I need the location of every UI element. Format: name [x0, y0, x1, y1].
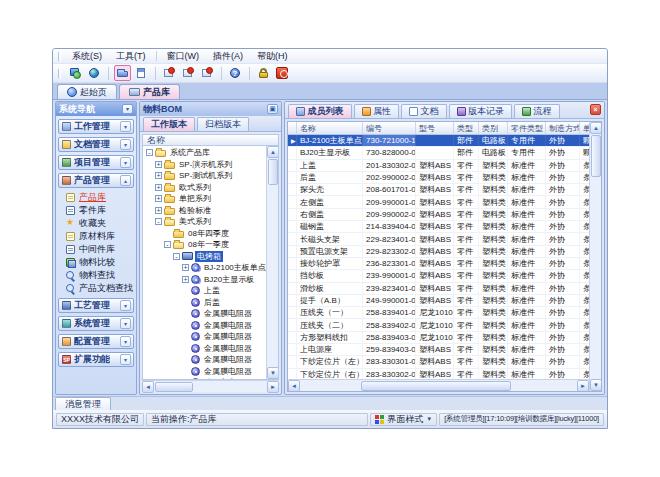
table-cell[interactable]: 条	[580, 307, 589, 318]
table-cell[interactable]: 塑料类	[479, 283, 508, 294]
table-cell[interactable]: 236-823301-00X	[363, 258, 416, 269]
table-cell[interactable]: 条	[580, 283, 589, 294]
table-cell[interactable]: 压线夹（二）	[297, 319, 363, 330]
table-row[interactable]: 右侧盖209-990002-01X塑料ABS零件塑料类标准件外协条	[288, 209, 589, 221]
table-cell[interactable]: 右侧盖	[297, 209, 363, 220]
table-cell[interactable]: 条	[580, 270, 589, 281]
table-cell[interactable]: 外协	[546, 295, 580, 306]
tree-node-label[interactable]: 美式系列	[177, 216, 213, 227]
tree-node[interactable]: +BJ20主显示板	[143, 274, 266, 286]
table-cell[interactable]: 外协	[546, 184, 580, 195]
table-cell[interactable]: 塑料ABS	[416, 196, 454, 207]
tree-vertical-scrollbar[interactable]: ▲ ▼	[266, 146, 278, 379]
tree-node[interactable]: -08年一季度	[143, 239, 266, 251]
table-cell[interactable]: 条	[580, 258, 589, 269]
table-cell[interactable]: 零件	[454, 233, 479, 244]
table-cell[interactable]: 283-830302-00X	[363, 369, 416, 379]
table-cell[interactable]: 塑料ABS	[416, 221, 454, 232]
table-cell[interactable]: 探头壳	[297, 184, 363, 195]
table-cell[interactable]: 258-839401-00X	[363, 307, 416, 318]
tree-node-label[interactable]: 独石电容器	[202, 377, 246, 379]
table-cell[interactable]: 标准件	[508, 196, 546, 207]
tree-hscroll-thumb[interactable]	[155, 382, 193, 392]
tree-node-label[interactable]: 金属膜电阻器	[202, 343, 254, 354]
table-cell[interactable]: 部件	[454, 147, 479, 158]
table-cell[interactable]: 塑料类	[479, 295, 508, 306]
table-row[interactable]: 探头壳208-601701-01X塑料ABS零件塑料类标准件外协条	[288, 184, 589, 196]
report-icon[interactable]	[133, 65, 150, 81]
table-cell[interactable]: 接纱轮护罩	[297, 258, 363, 269]
tree-node-label[interactable]: BJ20主显示板	[202, 274, 256, 285]
table-cell[interactable]: 239-823401-00X	[363, 283, 416, 294]
sidebar-item[interactable]: 产品库	[65, 191, 134, 204]
window-badge-3-icon[interactable]	[199, 65, 216, 81]
table-cell[interactable]: 外协	[546, 307, 580, 318]
table-cell[interactable]: 下纱定位片（左）	[297, 356, 363, 367]
table-cell[interactable]: 条	[580, 172, 589, 183]
column-header[interactable]: 类别	[479, 122, 508, 134]
table-cell[interactable]: 标准件	[508, 283, 546, 294]
table-cell[interactable]: 长磁头支架	[297, 233, 363, 244]
table-cell[interactable]: 标准件	[508, 221, 546, 232]
table-cell[interactable]: 条	[580, 196, 589, 207]
table-cell[interactable]: 标准件	[508, 233, 546, 244]
tree-node-label[interactable]: 单把系列	[177, 193, 213, 204]
table-row[interactable]: 下纱定位片（右）283-830302-00X塑料ABS零件塑料类标准件外协条	[288, 369, 589, 379]
table-cell[interactable]: 零件	[454, 344, 479, 355]
sidebar-item[interactable]: 收藏夹	[65, 217, 134, 230]
tree-node-label[interactable]: 电烤箱	[195, 251, 223, 262]
table-cell[interactable]: 塑料类	[479, 258, 508, 269]
table-cell[interactable]: 塑料ABS	[416, 258, 454, 269]
nav-group-process[interactable]: 工艺管理▾	[58, 298, 134, 313]
table-cell[interactable]: 尼龙1010	[416, 319, 454, 330]
table-cell[interactable]: 颗	[580, 147, 589, 158]
tree-node[interactable]: -电烤箱	[143, 251, 266, 263]
table-cell[interactable]: 条	[580, 221, 589, 232]
table-cell[interactable]: 塑料ABS	[416, 295, 454, 306]
grid-vscroll-thumb[interactable]	[591, 135, 601, 177]
table-cell[interactable]: 塑料类	[479, 196, 508, 207]
tree-node-label[interactable]: 后盖	[202, 297, 222, 308]
table-cell[interactable]: 零件	[454, 307, 479, 318]
table-cell[interactable]: 标准件	[508, 295, 546, 306]
tab-workflow[interactable]: 流程	[514, 104, 560, 118]
tab-message-management[interactable]: 消息管理	[55, 397, 111, 410]
tree-node-label[interactable]: 检验标准	[177, 205, 213, 216]
sidebar-options-button[interactable]: ▾	[122, 104, 133, 114]
table-cell[interactable]: 202-990002-01X	[363, 172, 416, 183]
menubar-grip[interactable]	[58, 52, 61, 61]
table-cell[interactable]: 标准件	[508, 307, 546, 318]
table-row[interactable]: 左侧盖209-990001-01X塑料ABS零件塑料类标准件外协条	[288, 196, 589, 208]
table-row[interactable]: 下纱定位片（左）283-830301-00X塑料ABS零件塑料类标准件外协条	[288, 356, 589, 368]
collapse-icon[interactable]: -	[173, 253, 180, 260]
table-cell[interactable]: 外协	[546, 369, 580, 379]
chevron-down-icon[interactable]: ▾	[120, 318, 131, 329]
table-cell[interactable]: 挡纱板	[297, 270, 363, 281]
table-cell[interactable]: 条	[580, 369, 589, 379]
table-cell[interactable]: 标准件	[508, 209, 546, 220]
table-cell[interactable]: 塑料类	[479, 270, 508, 281]
table-cell[interactable]: 方形塑料线扣	[297, 332, 363, 343]
column-header[interactable]: 制造方式	[546, 122, 580, 134]
tree-node-label[interactable]: SP-测试机系列	[177, 170, 234, 181]
chevron-down-icon[interactable]: ▾	[120, 139, 131, 150]
nav-group-document[interactable]: 文档管理▾	[58, 137, 134, 152]
table-cell[interactable]: BJ20主显示板	[297, 147, 363, 158]
table-cell[interactable]: 外协	[546, 209, 580, 220]
table-cell[interactable]: 塑料ABS	[416, 184, 454, 195]
table-row[interactable]: 压线夹（一）258-839401-00X尼龙1010零件塑料类标准件外协条	[288, 307, 589, 319]
table-cell[interactable]: 条	[580, 209, 589, 220]
table-cell[interactable]: 外协	[546, 283, 580, 294]
table-cell[interactable]: 标准件	[508, 270, 546, 281]
collapse-icon[interactable]: -	[146, 149, 153, 156]
table-cell[interactable]: 塑料类	[479, 319, 508, 330]
table-cell[interactable]: 磁钢盖	[297, 221, 363, 232]
table-cell[interactable]: 塑料类	[479, 209, 508, 220]
tree-node-label[interactable]: 08年一季度	[186, 239, 231, 250]
table-row[interactable]: BJ20主显示板730-828000-04X部件电路板专用件外协颗	[288, 147, 589, 159]
tree-node-label[interactable]: 金属膜电阻器	[202, 366, 254, 377]
table-cell[interactable]: 730-721000-12X	[363, 135, 416, 146]
tree-node[interactable]: -美式系列	[143, 216, 266, 228]
chevron-down-icon[interactable]: ▾	[120, 157, 131, 168]
table-cell[interactable]: 标准件	[508, 246, 546, 257]
